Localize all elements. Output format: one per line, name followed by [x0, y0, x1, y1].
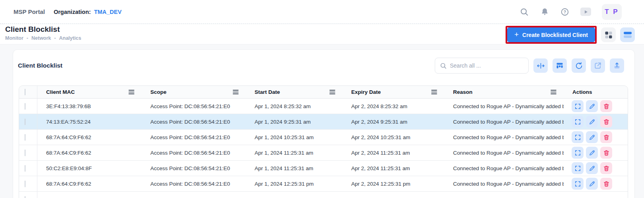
column-resize-button[interactable] — [533, 58, 548, 73]
cell-start-date: Apr 1, 2024 12:25:31 pm — [246, 176, 342, 192]
organization-value-link[interactable]: TMA_DEV — [94, 9, 121, 15]
cell-scope: Access Point: DC:08:56:54:21:E0 — [142, 161, 246, 176]
delete-row-button[interactable] — [600, 116, 612, 128]
cell-reason: Connected to Rogue AP - Dynamically adde… — [444, 99, 564, 114]
expand-icon — [574, 103, 581, 110]
column-header-reason[interactable]: Reason — [453, 89, 473, 95]
search-all-input[interactable] — [450, 62, 523, 69]
expand-icon — [574, 118, 581, 125]
breadcrumb-item[interactable]: Network — [31, 35, 51, 41]
pencil-icon — [589, 165, 595, 172]
cell-start-date: Apr 1, 2024 8:25:32 am — [246, 99, 342, 114]
topbar-actions: ? T P — [519, 4, 622, 20]
expand-icon — [574, 149, 581, 156]
delete-row-button[interactable] — [600, 100, 612, 112]
cell-scope: Access Point: DC:08:56:54:21:E0 — [142, 99, 246, 114]
grid-view-button[interactable] — [601, 27, 616, 42]
cell-client-mac: 68:7A:64:C9:F6:62 — [37, 130, 142, 145]
plus-icon: + — [514, 31, 519, 38]
organization: Organization: TMA_DEV — [54, 9, 122, 15]
table-body: 3E:F4:13:38:79:6B Access Point: DC:08:56… — [19, 99, 628, 198]
help-icon[interactable]: ? — [560, 7, 570, 17]
cell-client-mac — [37, 192, 142, 198]
delete-row-button[interactable] — [600, 178, 612, 190]
brand-title: MSP Portal — [14, 8, 45, 15]
expand-row-button[interactable] — [572, 147, 584, 159]
column-menu-icon[interactable] — [329, 89, 335, 95]
expand-row-button[interactable] — [572, 116, 584, 128]
cell-reason: Connected to Rogue AP - Dynamically adde… — [444, 145, 564, 161]
column-menu-icon[interactable] — [128, 89, 134, 95]
cell-reason: Connected to Rogue AP - Dynamically adde… — [444, 114, 564, 130]
cell-scope: Access Point: DC:08:56:54:21:E0 — [142, 176, 246, 192]
trash-icon — [603, 134, 610, 141]
row-checkbox[interactable] — [25, 181, 25, 187]
edit-row-button[interactable] — [586, 162, 598, 174]
column-menu-icon[interactable] — [551, 89, 556, 95]
expand-row-button[interactable] — [572, 100, 584, 112]
panel-title: Client Blocklist — [18, 62, 62, 69]
table-row: 68:7A:64:C9:F6:62 Access Point: DC:08:56… — [19, 130, 628, 145]
trash-icon — [603, 103, 610, 110]
panel-header: Client Blocklist — [13, 50, 634, 85]
cell-start-date: Apr 1, 2024 9:25:31 am — [246, 114, 342, 130]
column-header-client-mac[interactable]: Client MAC — [46, 89, 75, 95]
cell-start-date: Apr 1, 2024 10:25:31 am — [246, 130, 342, 145]
cell-actions — [564, 130, 628, 145]
column-menu-icon[interactable] — [431, 89, 437, 95]
edit-row-button[interactable] — [586, 131, 598, 143]
pencil-icon — [589, 103, 595, 110]
row-checkbox[interactable] — [25, 103, 25, 110]
expand-row-button[interactable] — [572, 131, 584, 143]
column-resize-icon — [537, 62, 545, 70]
table-row: 74:13:EA:75:52:24 Access Point: DC:08:56… — [19, 114, 628, 130]
cell-actions — [564, 114, 628, 130]
column-header-expiry-date[interactable]: Expiry Date — [351, 89, 381, 95]
list-view-button[interactable] — [620, 27, 635, 42]
video-tour-icon[interactable] — [580, 8, 591, 16]
column-header-start-date[interactable]: Start Date — [255, 89, 280, 95]
edit-row-button[interactable] — [586, 100, 598, 112]
user-avatar[interactable]: T P — [602, 4, 622, 20]
breadcrumb-item[interactable]: Analytics — [59, 35, 82, 41]
table-columns-button[interactable] — [553, 58, 567, 73]
create-blocklisted-client-button[interactable]: + Create Blocklisted Client — [507, 27, 595, 42]
client-blocklist-panel: Client Blocklist — [13, 49, 635, 198]
delete-row-button[interactable] — [600, 131, 612, 143]
refresh-button[interactable] — [572, 58, 586, 73]
row-checkbox[interactable] — [25, 196, 25, 198]
row-checkbox[interactable] — [25, 118, 25, 125]
cell-expiry-date — [342, 192, 444, 198]
notifications-bell-icon[interactable] — [540, 7, 549, 17]
expand-row-button[interactable] — [572, 162, 584, 174]
expand-row-button[interactable] — [572, 178, 584, 190]
blocklist-table: Client MAC Scope Start Date Expiry Date … — [19, 85, 628, 198]
cell-reason: Connected to Rogue AP - Dynamically adde… — [444, 130, 564, 145]
table-row: 50:C2:E8:E9:04:8F Access Point: DC:08:56… — [19, 161, 628, 176]
table-wrap: Client MAC Scope Start Date Expiry Date … — [19, 85, 627, 198]
edit-row-button[interactable] — [586, 178, 598, 190]
delete-row-button[interactable] — [600, 147, 612, 159]
cell-actions — [564, 192, 628, 198]
delete-row-button[interactable] — [600, 162, 612, 174]
svg-text:?: ? — [564, 9, 566, 14]
column-header-scope[interactable]: Scope — [150, 89, 167, 95]
row-checkbox[interactable] — [25, 134, 25, 141]
search-icon[interactable] — [519, 7, 529, 17]
expand-icon — [574, 134, 581, 141]
cell-expiry-date: Apr 2, 2024 11:25:31 am — [342, 161, 444, 176]
expand-icon — [574, 165, 581, 172]
export-upload-button[interactable] — [610, 58, 624, 73]
row-checkbox[interactable] — [25, 149, 25, 156]
column-menu-icon[interactable] — [233, 89, 239, 95]
cell-actions — [564, 145, 628, 161]
open-external-button[interactable] — [591, 58, 605, 73]
breadcrumb-item[interactable]: Monitor — [5, 35, 23, 41]
cell-client-mac: 68:7A:64:C9:F6:62 — [37, 176, 142, 192]
trash-icon — [603, 181, 610, 187]
row-checkbox[interactable] — [25, 165, 25, 172]
edit-row-button[interactable] — [586, 116, 598, 128]
edit-row-button[interactable] — [586, 147, 598, 159]
select-all-checkbox[interactable] — [25, 89, 25, 95]
topbar-left: MSP Portal Organization: TMA_DEV — [14, 8, 122, 15]
